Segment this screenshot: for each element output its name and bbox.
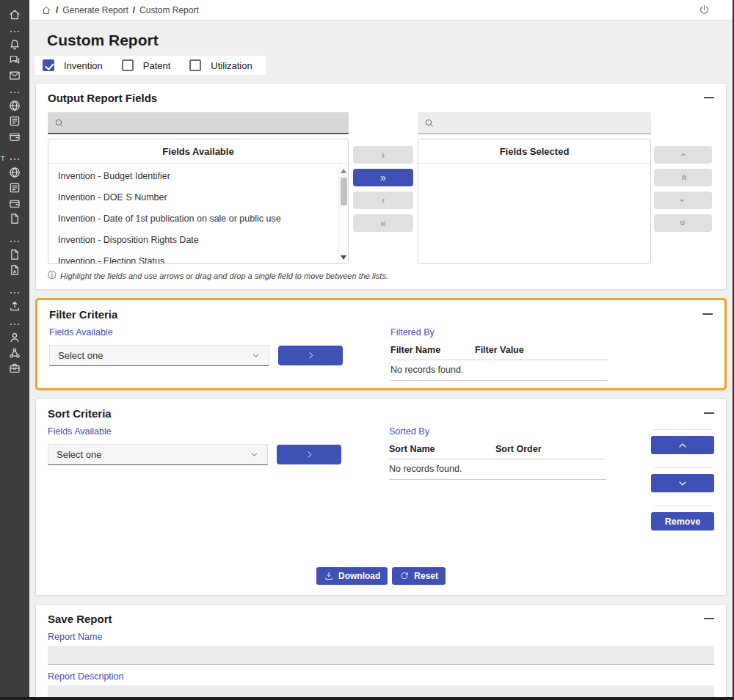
sidebar-item-reports[interactable] [0,113,29,128]
sort-field-select[interactable]: Select one [48,444,268,465]
sidebar-group-toggle[interactable] [0,236,29,247]
list-item[interactable]: Invention - Disposition Rights Date [48,229,338,250]
search-icon [424,117,435,128]
move-top-button[interactable]: » [654,169,712,186]
sidebar-item-file-2[interactable] [0,247,29,262]
sidebar-partial-label: T [1,155,5,162]
sidebar-item-web-2[interactable] [0,164,29,180]
utilization-checkbox[interactable] [189,59,201,71]
section-title: Output Report Fields [48,92,157,104]
move-up-button[interactable]: › [654,146,712,164]
filter-field-select[interactable]: Select one [49,345,269,366]
collapse-section-button[interactable] [704,97,714,98]
fields-available-search[interactable] [48,112,349,134]
sidebar-group-toggle[interactable] [0,87,29,98]
list-item[interactable]: Invention - DOE S Number [48,186,338,208]
download-button[interactable]: Download [316,567,388,585]
page-title: Custom Report [47,32,728,49]
move-all-right-button[interactable]: » [353,169,413,186]
sidebar-item-file-pdf[interactable] [0,262,29,277]
add-sort-button[interactable] [277,445,341,464]
sidebar-item-organization[interactable] [0,345,29,360]
move-down-button[interactable]: › [654,192,712,209]
breadcrumb-generate-report[interactable]: Generate Report [62,5,128,15]
person-icon [8,331,21,344]
fields-selected-panel: Fields Selected [418,112,651,264]
sorted-by-label: Sorted By [389,426,606,437]
sidebar-item-mail[interactable] [0,68,29,83]
section-title: Sort Criteria [48,407,112,420]
list-item[interactable]: Invention - Election Status [48,250,338,264]
fields-available-search-input[interactable] [69,117,343,128]
wallet-icon [8,197,21,210]
topbar: / Generate Report / Custom Report [29,0,733,21]
briefcase-icon [8,362,21,375]
filtered-by-table: Filter Name Filter Value No records foun… [390,345,608,381]
list-item[interactable]: Invention - Date of 1st publication on s… [48,208,338,229]
sort-remove-button[interactable]: Remove [651,512,714,531]
sidebar-item-notifications[interactable] [0,37,29,52]
report-name-label: Report Name [48,632,714,642]
logout-button[interactable] [698,4,711,16]
main-content: Custom Report Invention Patent Utilizati… [29,21,733,697]
move-bottom-button[interactable]: » [654,214,712,232]
fields-selected-list: Fields Selected [418,139,651,264]
sidebar-group-toggle[interactable] [0,288,29,298]
scrollbar[interactable] [338,165,348,263]
sidebar-item-web[interactable] [0,98,29,113]
report-type-row: Invention Patent Utilization [35,56,266,75]
order-buttons: › » › » [654,112,712,264]
fields-selected-search[interactable] [418,112,651,134]
fields-available-panel: Fields Available Invention - Budget Iden… [48,112,349,264]
invention-checkbox[interactable] [43,59,54,71]
move-all-left-button[interactable]: « [353,214,413,232]
sort-move-up-button[interactable] [651,436,714,454]
report-description-input[interactable] [48,685,714,697]
sidebar-item-briefcase[interactable] [0,360,29,376]
sidebar-item-user[interactable] [0,329,29,345]
sidebar-item-file[interactable] [0,211,29,226]
sidebar-item-upload[interactable] [0,298,29,313]
collapse-section-button[interactable] [704,618,714,619]
breadcrumb-custom-report[interactable]: Custom Report [139,5,199,15]
chevron-right-icon [305,350,316,361]
report-type-patent[interactable]: Patent [122,59,171,71]
patent-checkbox[interactable] [122,59,134,71]
file-icon [8,248,21,261]
breadcrumb-separator: / [56,5,58,15]
scroll-down-arrow[interactable] [341,255,346,260]
scroll-up-arrow[interactable] [341,169,346,173]
reset-button[interactable]: Reset [392,567,446,585]
search-icon [54,117,65,128]
chevron-up-icon [677,440,688,451]
sort-move-down-button[interactable] [651,474,714,492]
sidebar-group-toggle[interactable] [0,26,29,37]
output-report-fields-section: Output Report Fields Fields Available In… [35,83,727,290]
move-right-button[interactable]: › [353,146,413,164]
sidebar-item-home[interactable] [0,7,29,22]
report-type-invention[interactable]: Invention [43,59,103,71]
sidebar-item-messages[interactable] [0,52,29,68]
scroll-thumb[interactable] [341,178,347,205]
save-report-section: Save Report Report Name Report Descripti… [35,604,727,697]
sidebar-item-wallet-2[interactable] [0,195,29,211]
sidebar-item-wallet[interactable] [0,128,29,144]
breadcrumb: / Generate Report / Custom Report [41,5,199,15]
sidebar-group-toggle[interactable] [0,319,29,329]
file-icon [8,212,21,225]
list-item[interactable]: Invention - Budget Identifier [48,165,338,186]
sidebar-item-reports-2[interactable] [0,180,29,195]
collapse-section-button[interactable] [704,412,714,414]
move-left-button[interactable]: ‹ [353,192,413,209]
report-type-utilization[interactable]: Utilization [189,59,252,71]
document-icon [8,181,21,194]
breadcrumb-home-icon[interactable] [41,5,51,15]
fields-selected-search-input[interactable] [439,117,645,128]
fields-available-label: Fields Available [48,426,349,437]
chevron-down-icon [249,449,260,460]
add-filter-button[interactable] [278,346,343,365]
chat-icon [8,54,21,67]
sort-criteria-section: Sort Criteria Fields Available Select on… [35,398,727,596]
report-name-input[interactable] [48,646,714,665]
collapse-section-button[interactable] [702,313,713,315]
